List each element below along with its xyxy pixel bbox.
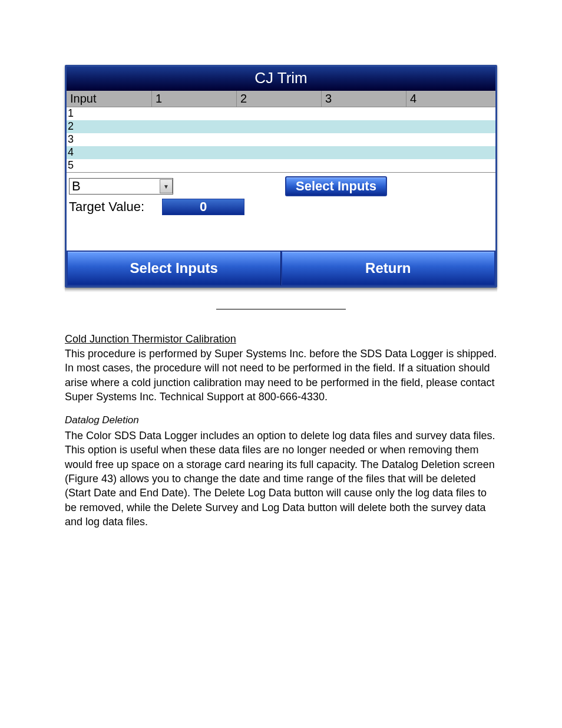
target-value-label: Target Value: xyxy=(69,199,144,215)
row-label: 1 xyxy=(67,107,78,120)
table-row[interactable]: 3 xyxy=(67,133,495,146)
figure-rule xyxy=(216,309,346,309)
paragraph-cold-junction: This procedure is performed by Super Sys… xyxy=(65,347,497,404)
header-col-3: 3 xyxy=(322,91,406,107)
table-row[interactable]: 2 xyxy=(67,120,495,133)
header-col-4: 4 xyxy=(406,91,491,107)
paragraph-datalog-deletion: The Color SDS Data Logger includes an op… xyxy=(65,429,497,529)
row-label: 4 xyxy=(67,146,78,159)
screen-shadow xyxy=(65,288,497,292)
select-inputs-button[interactable]: Select Inputs xyxy=(285,176,387,196)
section-heading-cold-junction: Cold Junction Thermistor Calibration xyxy=(65,333,497,345)
header-col-2: 2 xyxy=(237,91,322,107)
row-label: 2 xyxy=(67,120,78,133)
header-col-1: 1 xyxy=(152,91,237,107)
select-inputs-bottom-button[interactable]: Select Inputs xyxy=(67,251,281,286)
window-title: CJ Trim xyxy=(67,67,495,91)
table-row[interactable]: 4 xyxy=(67,146,495,159)
type-dropdown[interactable]: B ▼ xyxy=(69,178,173,195)
table-row[interactable]: 5 xyxy=(67,159,495,172)
header-input: Input xyxy=(67,91,152,107)
chevron-down-icon: ▼ xyxy=(160,179,173,193)
target-value-field[interactable]: 0 xyxy=(162,199,244,215)
row-label: 5 xyxy=(67,159,78,172)
row-label: 3 xyxy=(67,133,78,146)
bottom-button-bar: Select Inputs Return xyxy=(67,251,495,286)
section-heading-datalog-deletion: Datalog Deletion xyxy=(65,414,497,426)
table-row[interactable]: 1 xyxy=(67,107,495,120)
controls-section: B ▼ Select Inputs Target Value: 0 xyxy=(67,172,495,251)
table-header-row: Input 1 2 3 4 xyxy=(67,91,495,107)
dropdown-value: B xyxy=(72,179,81,194)
return-button[interactable]: Return xyxy=(281,251,496,286)
cj-trim-screen: CJ Trim Input 1 2 3 4 1 2 3 4 5 B ▼ Sele… xyxy=(65,65,497,288)
